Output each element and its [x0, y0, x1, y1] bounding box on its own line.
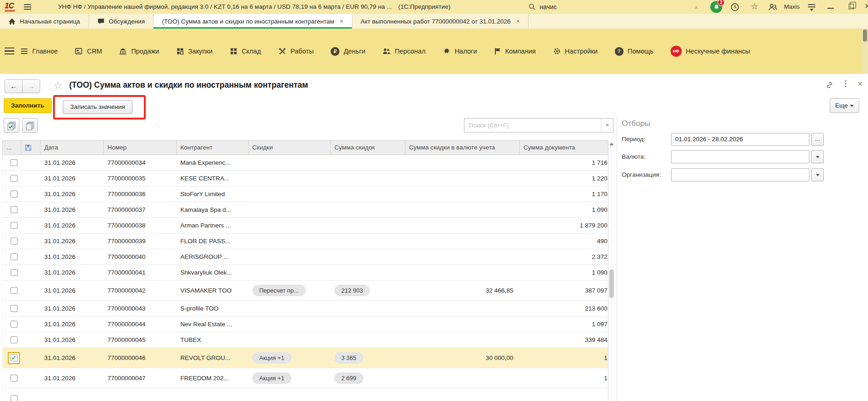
section-glavnoe[interactable]: Главное: [20, 48, 58, 55]
row-select-cell: [3, 301, 21, 316]
section-nalogi[interactable]: Налоги: [443, 48, 477, 55]
functions-menu-icon[interactable]: [5, 48, 14, 54]
service-menu-icon[interactable]: [808, 4, 815, 11]
column-save[interactable]: [21, 141, 41, 155]
tab-home[interactable]: Начальная страница: [0, 14, 89, 29]
table-row[interactable]: 31.01.202677000000036StoForY Limited1 17…: [3, 186, 608, 202]
row-checkbox[interactable]: [11, 191, 18, 198]
favorites-star-icon[interactable]: ☆: [751, 1, 758, 12]
row-checkbox[interactable]: [11, 175, 18, 182]
get-link-icon[interactable]: [826, 81, 833, 89]
column-sum-in-currency[interactable]: Сумма скидки в валюте учета: [405, 141, 520, 155]
nav-back-button[interactable]: ←: [5, 79, 23, 93]
section-prodazhi[interactable]: Продажи: [119, 48, 159, 55]
section-raboty[interactable]: Работы: [278, 48, 314, 55]
row-checkbox[interactable]: ✓: [11, 354, 18, 361]
table-row[interactable]: 31.01.202677000000043S-profile TOO213 60…: [3, 301, 608, 317]
table-row[interactable]: 31.01.202677000000039FLOR DE PASS...490: [3, 233, 608, 249]
row-checkbox[interactable]: [11, 287, 18, 294]
table-row[interactable]: 31.01.202677000000040AERISGROUP ...2 372: [3, 249, 608, 265]
row-checkbox[interactable]: [11, 238, 18, 245]
section-nastroyki[interactable]: Настройки: [553, 48, 598, 55]
section-dengi[interactable]: ₽Деньги: [331, 47, 365, 56]
discount-sum-badge: 212 903: [334, 285, 370, 296]
row-checkbox[interactable]: [11, 336, 18, 343]
ribbon-scrollbar[interactable]: [862, 29, 868, 74]
table-row[interactable]: 31.01.202677000000041Shkvaryliuk Olek...…: [3, 265, 608, 281]
table-row[interactable]: ✓31.01.202677000000046REVOLT GROU...Акци…: [3, 348, 608, 368]
table-row[interactable]: 31.01.202677000000035KESE CENTRA...1 220: [3, 171, 608, 186]
column-discounts[interactable]: Скидки: [249, 141, 331, 155]
search-clear-icon[interactable]: ×: [691, 3, 701, 11]
notifications-bell-icon[interactable]: 2: [710, 1, 722, 13]
row-checkbox[interactable]: [11, 321, 18, 328]
row-checkbox[interactable]: [11, 375, 18, 382]
row-checkbox[interactable]: [11, 159, 18, 166]
period-input[interactable]: 01.01.2026 - 28.02.2026: [671, 133, 809, 146]
tab-close-icon[interactable]: ×: [340, 18, 344, 25]
tab-act-77000000042[interactable]: Акт выполненных работ 77000000042 от 31.…: [352, 14, 529, 29]
list-search-input[interactable]: Поиск (Ctrl+F) ×: [464, 118, 613, 132]
section-sklad[interactable]: Склад: [230, 48, 261, 55]
global-search-input[interactable]: начис ×: [529, 1, 701, 13]
table-row[interactable]: 31.01.202677000000038Arman Partners ...1…: [3, 218, 608, 233]
column-select[interactable]: ...: [3, 141, 21, 155]
row-checkbox[interactable]: [11, 222, 18, 229]
row-document-sum: 213 600: [520, 301, 608, 316]
table-row[interactable]: 31.01.202677000000037Kamalaya Spa d...1 …: [3, 202, 608, 218]
form-close-icon[interactable]: ×: [858, 79, 862, 89]
column-date[interactable]: Дата: [41, 141, 104, 155]
section-personal[interactable]: Персонал: [382, 48, 426, 55]
row-date: 31.01.2026: [41, 202, 104, 217]
nav-forward-button[interactable]: →: [22, 79, 40, 93]
window-minimize-button[interactable]: [827, 8, 834, 9]
column-document-sum[interactable]: Сумма документа: [520, 141, 608, 155]
set-flags-button[interactable]: [4, 118, 19, 133]
table-row[interactable]: 31.01.202677000000045TUBEX339 484: [3, 332, 608, 348]
scroll-up-icon[interactable]: [609, 143, 614, 145]
row-checkbox[interactable]: [11, 253, 18, 260]
row-select-cell: [3, 368, 21, 388]
history-icon[interactable]: [731, 3, 739, 12]
currency-input[interactable]: [671, 150, 809, 163]
column-contractor[interactable]: Контрагент: [177, 141, 249, 155]
users-icon[interactable]: [768, 3, 778, 12]
row-checkbox[interactable]: [11, 305, 18, 312]
main-menu-icon[interactable]: [24, 4, 31, 10]
period-picker-button[interactable]: ...: [811, 133, 824, 146]
row-contractor: Shkvaryliuk Olek...: [177, 265, 249, 280]
tab-close-icon[interactable]: ×: [516, 18, 520, 25]
section-zakupki[interactable]: Закупки: [176, 48, 213, 55]
organization-input[interactable]: [671, 168, 809, 181]
form-menu-kebab-icon[interactable]: [845, 80, 846, 87]
favorite-star-icon[interactable]: ☆: [54, 80, 63, 92]
fill-button[interactable]: Заполнить: [4, 98, 52, 113]
window-restore-button[interactable]: [849, 4, 854, 9]
currency-dropdown-button[interactable]: [811, 150, 824, 163]
write-values-button[interactable]: Записать значения: [63, 100, 132, 114]
table-row[interactable]: 31.01.202677000000034Maná Experienc...1 …: [3, 155, 608, 171]
organization-dropdown-button[interactable]: [811, 168, 824, 181]
current-user-name[interactable]: Maxis: [784, 0, 800, 14]
row-checkbox[interactable]: [11, 269, 18, 276]
section-crm[interactable]: CRM: [75, 48, 102, 55]
column-discount-sum[interactable]: Сумма скидок: [331, 141, 405, 155]
scrollbar-thumb[interactable]: [609, 269, 614, 298]
table-row[interactable]: [3, 389, 608, 401]
table-row[interactable]: 31.01.202677000000047FREEDOM 202...Акция…: [3, 368, 608, 389]
tab-acts-discounts[interactable]: (ТОО) Сумма актов и скидки по иностранны…: [154, 14, 352, 29]
column-number[interactable]: Номер: [104, 141, 177, 155]
section-pomosch[interactable]: ?Помощь: [615, 47, 654, 56]
section-nf[interactable]: НФНескучные финансы: [671, 46, 750, 57]
more-button[interactable]: Еще: [830, 98, 859, 113]
row-checkbox[interactable]: [11, 395, 18, 401]
search-clear-icon[interactable]: ×: [601, 119, 613, 132]
clear-flags-button[interactable]: [22, 118, 38, 133]
table-scrollbar[interactable]: [608, 140, 615, 401]
table-row[interactable]: 31.01.202677000000044Nev Real Estate ...…: [3, 317, 608, 332]
window-close-button[interactable]: ✕: [864, 2, 868, 11]
tab-discussions[interactable]: Обсуждения: [89, 14, 154, 29]
section-kompaniya[interactable]: Компания: [494, 48, 535, 55]
table-row[interactable]: 31.01.202677000000042VISAMAKER TOOПересч…: [3, 281, 608, 301]
row-checkbox[interactable]: [11, 206, 18, 213]
